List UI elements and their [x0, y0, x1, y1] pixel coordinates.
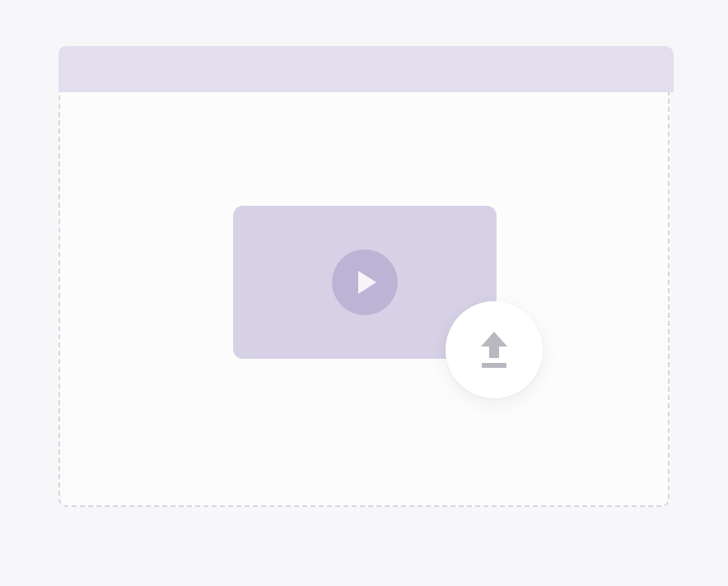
upload-dropzone[interactable]: [58, 46, 670, 507]
window-header-bar: [58, 46, 674, 92]
upload-icon: [481, 332, 507, 368]
play-icon: [358, 271, 376, 294]
upload-button[interactable]: [446, 301, 543, 398]
play-button[interactable]: [332, 249, 398, 315]
